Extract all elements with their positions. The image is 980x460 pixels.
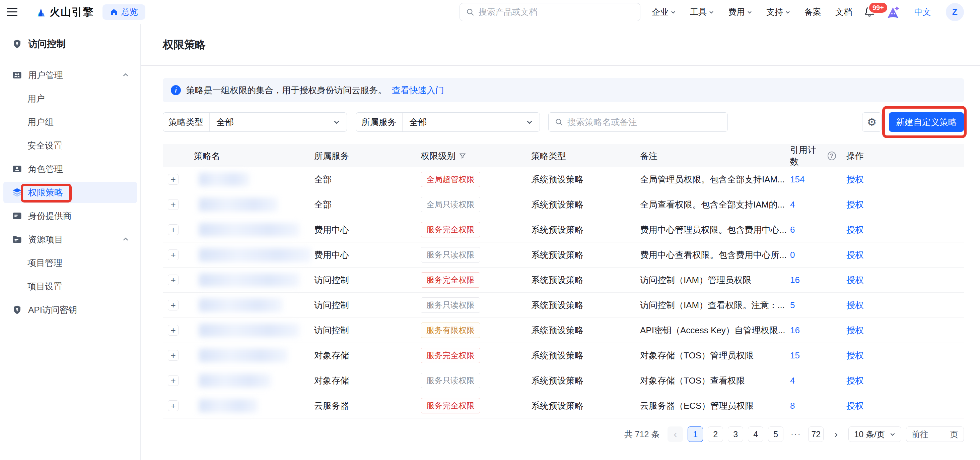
policy-type-cell: 系统预设策略 xyxy=(528,350,637,361)
authorize-link[interactable]: 授权 xyxy=(846,400,864,412)
chevron-down-icon xyxy=(671,10,676,15)
goto-page-input[interactable] xyxy=(931,430,947,439)
reference-count-link[interactable]: 5 xyxy=(790,300,795,310)
expand-row-button[interactable]: + xyxy=(168,325,178,335)
sidebar-item-permission-policies[interactable]: 权限策略 xyxy=(3,182,137,203)
reference-count-link[interactable]: 16 xyxy=(790,275,800,285)
page-button-3[interactable]: 3 xyxy=(728,426,743,442)
remark-cell: 对象存储（TOS）管理员权限 xyxy=(637,350,786,361)
service-cell: 全部 xyxy=(312,199,419,211)
service-filter[interactable]: 所属服务 全部 xyxy=(356,112,540,132)
reference-count-link[interactable]: 15 xyxy=(790,350,800,361)
help-icon[interactable]: ? xyxy=(827,152,836,160)
authorize-link[interactable]: 授权 xyxy=(846,174,864,185)
prev-page-button[interactable]: ‹ xyxy=(668,426,683,442)
authorize-link[interactable]: 授权 xyxy=(846,224,864,236)
language-switcher[interactable]: 中文 xyxy=(914,6,931,18)
sidebar-item-project-settings[interactable]: 项目设置 xyxy=(3,276,137,297)
reference-count-link[interactable]: 4 xyxy=(790,375,795,386)
nav-icons: 99+ 中文 Z xyxy=(864,3,980,21)
reference-count-link[interactable]: 154 xyxy=(790,174,805,185)
reference-count-link[interactable]: 4 xyxy=(790,200,795,210)
authorize-link[interactable]: 授权 xyxy=(846,274,864,286)
authorize-link[interactable]: 授权 xyxy=(846,324,864,336)
expand-row-button[interactable]: + xyxy=(168,224,178,235)
page-ellipsis[interactable]: ··· xyxy=(788,430,803,439)
expand-row-button[interactable]: + xyxy=(168,375,178,386)
authorize-link[interactable]: 授权 xyxy=(846,199,864,211)
policy-type-filter[interactable]: 策略类型 全部 xyxy=(163,112,347,132)
service-filter-label: 所属服务 xyxy=(356,113,402,131)
sidebar-item-role-management[interactable]: 角色管理 xyxy=(3,158,137,180)
remark-cell: 全局管理员权限。包含全部支持IAM... xyxy=(637,174,786,185)
expand-row-button[interactable]: + xyxy=(168,275,178,285)
next-page-button[interactable]: › xyxy=(828,426,844,442)
reference-count-link[interactable]: 0 xyxy=(790,250,795,260)
authorize-link[interactable]: 授权 xyxy=(846,350,864,361)
policy-name-redacted xyxy=(199,374,271,387)
goto-page-control: 前往 页 xyxy=(906,426,964,442)
sidebar-item-resource-projects[interactable]: 资源项目 xyxy=(3,228,137,250)
folder-icon xyxy=(12,234,22,244)
authorize-link[interactable]: 授权 xyxy=(846,249,864,261)
nav-menu-billing[interactable]: 费用 xyxy=(728,6,752,18)
policy-search-input[interactable] xyxy=(567,117,721,128)
sidebar-item-user-management[interactable]: 用户管理 xyxy=(3,64,137,86)
expand-row-button[interactable]: + xyxy=(168,300,178,310)
permission-level-badge: 服务有限权限 xyxy=(421,323,480,338)
authorize-link[interactable]: 授权 xyxy=(846,299,864,311)
remark-cell: 费用中心查看权限。包含费用中心所... xyxy=(637,249,786,261)
shield-key-icon xyxy=(12,305,22,315)
reference-count-link[interactable]: 6 xyxy=(790,225,795,235)
page-button-2[interactable]: 2 xyxy=(708,426,723,442)
create-custom-policy-button[interactable]: 新建自定义策略 xyxy=(889,112,964,132)
quickstart-link[interactable]: 查看快速入门 xyxy=(392,85,444,96)
sidebar-item-project-management[interactable]: 项目管理 xyxy=(3,252,137,273)
sidebar-item-users[interactable]: 用户 xyxy=(3,88,137,109)
user-avatar[interactable]: Z xyxy=(946,3,964,21)
policy-type-cell: 系统预设策略 xyxy=(528,400,637,412)
nav-menu-support[interactable]: 支持 xyxy=(766,6,791,18)
column-header-service: 所属服务 xyxy=(312,150,419,162)
nav-menu-enterprise[interactable]: 企业 xyxy=(652,6,676,18)
filter-toolbar: 策略类型 全部 所属服务 全部 ⚙ 新建自定义策略 xyxy=(163,112,964,132)
sidebar-item-identity-providers[interactable]: 身份提供商 xyxy=(3,205,137,227)
page-button-5[interactable]: 5 xyxy=(768,426,783,442)
policy-type-cell: 系统预设策略 xyxy=(528,299,637,311)
overview-button[interactable]: 总览 xyxy=(102,4,145,20)
page-button-72[interactable]: 72 xyxy=(808,426,824,442)
table-row: + 云服务器 服务完全权限 系统预设策略 云服务器（ECS）管理员权限 8 授权 xyxy=(163,393,964,418)
policy-name-redacted xyxy=(199,198,278,211)
notifications-button[interactable]: 99+ xyxy=(864,6,876,18)
global-search-input[interactable] xyxy=(479,7,634,17)
hamburger-menu-icon[interactable] xyxy=(7,8,18,16)
reference-count-link[interactable]: 8 xyxy=(790,401,795,411)
filter-funnel-icon[interactable] xyxy=(459,152,466,160)
nav-menu-docs[interactable]: 文档 xyxy=(835,6,852,18)
expand-row-button[interactable]: + xyxy=(168,350,178,361)
policy-search[interactable] xyxy=(548,112,728,132)
column-settings-button[interactable]: ⚙ xyxy=(862,112,881,132)
expand-row-button[interactable]: + xyxy=(168,174,178,185)
sidebar-item-api-access-keys[interactable]: API访问密钥 xyxy=(3,299,137,321)
page-size-select[interactable]: 10 条/页 xyxy=(848,426,901,442)
reference-count-link[interactable]: 16 xyxy=(790,325,800,335)
chevron-up-icon xyxy=(122,72,129,78)
search-icon xyxy=(466,8,475,16)
expand-row-button[interactable]: + xyxy=(168,249,178,260)
page-button-1[interactable]: 1 xyxy=(687,426,703,442)
sidebar-item-user-groups[interactable]: 用户组 xyxy=(3,111,137,133)
top-navbar: 火山引擎 总览 企业 工具 费用 支持 备案 文档 99+ 中文 Z xyxy=(0,0,980,24)
expand-row-button[interactable]: + xyxy=(168,400,178,411)
authorize-link[interactable]: 授权 xyxy=(846,375,864,387)
global-search[interactable] xyxy=(460,3,640,21)
expand-row-button[interactable]: + xyxy=(168,199,178,210)
remark-cell: 全局查看权限。包含全部支持IAM的... xyxy=(637,199,786,211)
sidebar-item-security-settings[interactable]: 安全设置 xyxy=(3,135,137,156)
nav-menu: 企业 工具 费用 支持 备案 文档 xyxy=(652,6,852,18)
page-button-4[interactable]: 4 xyxy=(748,426,763,442)
nav-menu-tools[interactable]: 工具 xyxy=(690,6,714,18)
overview-label: 总览 xyxy=(121,6,138,18)
nav-menu-icp[interactable]: 备案 xyxy=(805,6,821,18)
policy-type-cell: 系统预设策略 xyxy=(528,174,637,185)
